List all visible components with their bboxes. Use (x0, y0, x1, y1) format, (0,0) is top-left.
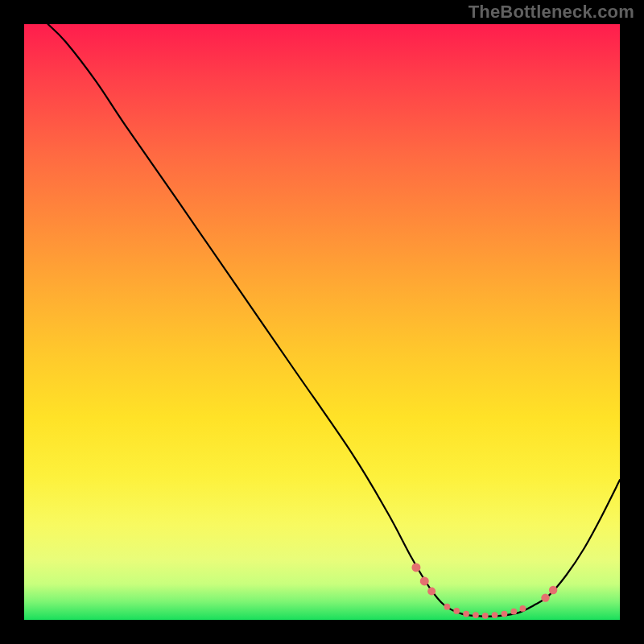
plot-area (24, 24, 620, 620)
marker-dot (473, 612, 479, 618)
marker-dot (463, 611, 469, 617)
markers-group (411, 563, 557, 618)
watermark-label: TheBottleneck.com (469, 2, 634, 23)
marker-dot (541, 593, 549, 601)
marker-dot (510, 609, 517, 615)
marker-dot (420, 576, 429, 585)
marker-dot (549, 586, 557, 594)
marker-dot (502, 611, 508, 617)
marker-dot (444, 604, 451, 610)
marker-dot (519, 605, 526, 612)
marker-dot (427, 587, 436, 595)
marker-dot (411, 563, 420, 572)
chart-frame: TheBottleneck.com (0, 0, 644, 644)
marker-dot (492, 612, 498, 618)
marker-dot (482, 613, 489, 619)
curve-svg (24, 24, 620, 620)
marker-dot (453, 608, 460, 614)
bottleneck-curve (48, 24, 620, 617)
